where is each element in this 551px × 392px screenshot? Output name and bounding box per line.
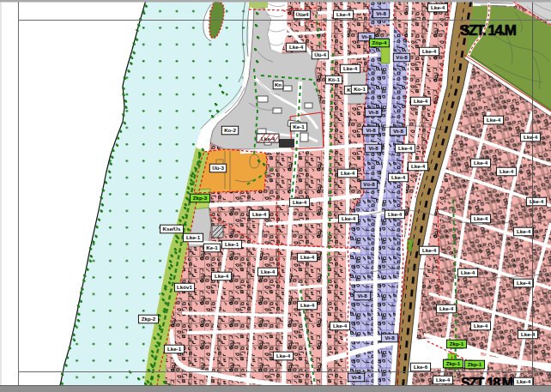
- svg-text:Vi-8: Vi-8: [351, 374, 361, 380]
- svg-text:SZT. 14.M: SZT. 14.M: [460, 22, 517, 39]
- svg-text:Lke-4: Lke-4: [439, 305, 454, 311]
- svg-text:Lke-4: Lke-4: [517, 378, 531, 384]
- svg-text:Vi-8: Vi-8: [357, 292, 367, 299]
- svg-text:Lke-4: Lke-4: [530, 198, 544, 204]
- svg-text:Lke-4: Lke-4: [300, 254, 315, 260]
- svg-text:Lke-4: Lke-4: [517, 280, 531, 286]
- svg-text:Lke-4: Lke-4: [341, 170, 355, 176]
- svg-text:Lke-4: Lke-4: [252, 211, 267, 217]
- svg-text:Zkp-3: Zkp-3: [193, 195, 208, 201]
- svg-text:Ke-1: Ke-1: [206, 244, 218, 250]
- svg-text:Zkp-1: Zkp-1: [450, 341, 464, 347]
- svg-text:Kn: Kn: [275, 81, 282, 87]
- svg-text:Vi-8: Vi-8: [366, 127, 376, 133]
- svg-text:Lke-4: Lke-4: [293, 199, 307, 205]
- svg-text:Ko-2: Ko-2: [224, 127, 236, 133]
- svg-text:Lke-4: Lke-4: [474, 215, 488, 221]
- svg-text:Lke-4: Lke-4: [261, 136, 276, 142]
- svg-text:Lke-4: Lke-4: [343, 65, 358, 71]
- svg-text:Lke-4: Lke-4: [500, 168, 514, 174]
- svg-text:Lke-4: Lke-4: [289, 44, 304, 50]
- svg-text:Lke-4: Lke-4: [431, 4, 445, 10]
- svg-text:Lke-4: Lke-4: [422, 48, 437, 54]
- svg-text:Lke-4: Lke-4: [521, 331, 536, 337]
- svg-text:Zkp-1: Zkp-1: [446, 360, 461, 366]
- svg-text:Vö-8: Vö-8: [363, 181, 375, 187]
- svg-text:Lke-4: Lke-4: [300, 302, 315, 308]
- svg-text:Lke-4: Lke-4: [436, 377, 451, 383]
- svg-text:Lke-4: Lke-4: [461, 269, 475, 275]
- svg-text:Kse/Üs: Kse/Üs: [163, 226, 182, 232]
- svg-text:Kö-1: Kö-1: [328, 76, 340, 82]
- svg-text:Zkp-2: Zkp-2: [142, 316, 156, 322]
- svg-text:Lke-4: Lke-4: [276, 353, 291, 359]
- svg-text:Lke-4: Lke-4: [342, 215, 356, 221]
- svg-text:Lke-4: Lke-4: [474, 323, 488, 329]
- svg-text:Zkp-1: Zkp-1: [468, 361, 482, 367]
- svg-text:Lke-4: Lke-4: [487, 117, 501, 123]
- svg-text:Vt-8: Vt-8: [393, 128, 403, 134]
- svg-text:Vö-8: Vö-8: [396, 54, 408, 60]
- svg-text:Lke-4: Lke-4: [422, 247, 437, 253]
- svg-text:Lke-4: Lke-4: [398, 145, 413, 151]
- svg-text:Vi-8: Vi-8: [384, 335, 395, 341]
- svg-text:Vt-8: Vt-8: [376, 10, 386, 16]
- svg-text:Lke-4: Lke-4: [391, 174, 406, 180]
- svg-text:Vi-8: Vi-8: [368, 145, 378, 151]
- svg-text:Üü-4: Üü-4: [314, 51, 326, 57]
- svg-text:Lke-4: Lke-4: [474, 160, 488, 166]
- svg-text:Lke-6: Lke-6: [414, 364, 428, 370]
- svg-text:Zöp-4: Zöp-4: [372, 39, 387, 45]
- svg-text:Lköv1: Lköv1: [177, 284, 192, 290]
- svg-text:Lke-4: Lke-4: [524, 134, 538, 140]
- svg-text:Üüe4: Üüe4: [295, 11, 309, 17]
- svg-text:Lke-4: Lke-4: [517, 228, 531, 234]
- svg-text:Lke-4: Lke-4: [411, 163, 426, 169]
- svg-text:Lke-1: Lke-1: [225, 241, 239, 247]
- svg-text:Lke-4: Lke-4: [336, 11, 351, 17]
- svg-text:Lke-1: Lke-1: [167, 346, 182, 352]
- svg-text:Ko-1: Ko-1: [354, 86, 366, 92]
- svg-text:Ke-1: Ke-1: [293, 124, 305, 130]
- svg-text:Lke-4: Lke-4: [261, 268, 276, 274]
- svg-text:Lke-1: Lke-1: [186, 234, 201, 240]
- svg-text:Lke-4: Lke-4: [388, 211, 403, 217]
- svg-text:Lke-4: Lke-4: [414, 98, 428, 104]
- svg-text:Üü-3: Üü-3: [212, 165, 224, 171]
- svg-text:Vt-8: Vt-8: [368, 109, 378, 115]
- svg-text:Lke-4: Lke-4: [333, 323, 348, 329]
- svg-text:Lke-4: Lke-4: [215, 273, 229, 279]
